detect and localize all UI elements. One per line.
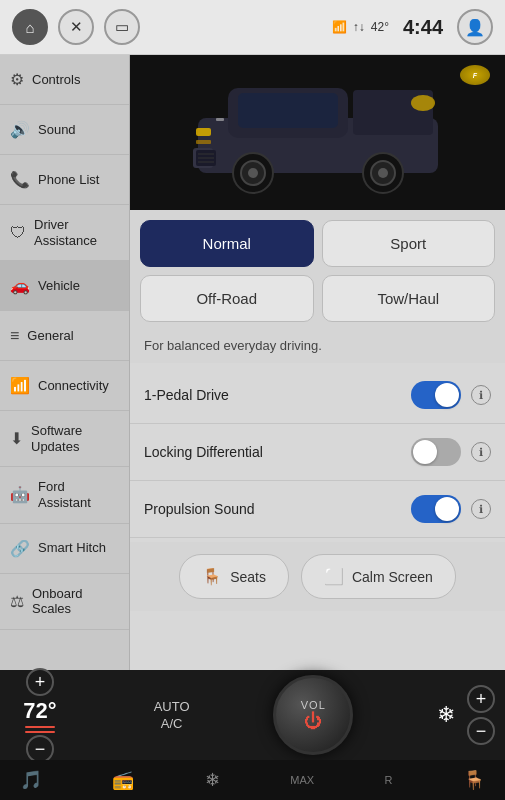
svg-point-17 (411, 95, 435, 111)
top-bar-left: ⌂ ✕ ▭ (12, 9, 140, 45)
bottom-nav: 🎵 📻 ❄ MAX R 🪑 (0, 760, 505, 800)
mode-sport-button[interactable]: Sport (322, 220, 496, 267)
sidebar-label-ford: Ford Assistant (38, 479, 119, 510)
locking-diff-toggle[interactable] (411, 438, 461, 466)
mode-description: For balanced everyday driving. (130, 332, 505, 363)
sidebar-item-ford[interactable]: 🤖 Ford Assistant (0, 467, 129, 523)
sidebar-item-hitch[interactable]: 🔗 Smart Hitch (0, 524, 129, 574)
calm-screen-button[interactable]: ⬜ Calm Screen (301, 554, 456, 599)
svg-rect-5 (196, 128, 211, 136)
sidebar-item-controls[interactable]: ⚙ Controls (0, 55, 129, 105)
home-icon: ⌂ (25, 19, 34, 36)
svg-rect-18 (216, 118, 224, 121)
signal-icon: ↑↓ (353, 20, 365, 34)
locking-diff-info[interactable]: ℹ (471, 442, 491, 462)
general-icon: ≡ (10, 327, 19, 345)
quick-buttons: 🪑 Seats ⬜ Calm Screen (130, 542, 505, 611)
toggle-row-locking-diff: Locking Differential ℹ (130, 424, 505, 481)
mode-towhaul-button[interactable]: Tow/Haul (322, 275, 496, 322)
fan-icon[interactable]: ❄ (437, 702, 455, 728)
phone-icon: 📞 (10, 170, 30, 189)
sidebar-item-general[interactable]: ≡ General (0, 311, 129, 361)
sidebar-item-software[interactable]: ⬇ Software Updates (0, 411, 129, 467)
driver-icon: 🛡 (10, 224, 26, 242)
seats-button[interactable]: 🪑 Seats (179, 554, 289, 599)
hitch-icon: 🔗 (10, 539, 30, 558)
sidebar-label-phone: Phone List (38, 172, 99, 188)
nav-music[interactable]: 🎵 (20, 769, 42, 791)
svg-point-12 (378, 168, 388, 178)
nav-max-label: MAX (290, 774, 314, 786)
calm-screen-label: Calm Screen (352, 569, 433, 585)
vol-power-icon: ⏻ (304, 711, 322, 732)
time-display: 4:44 (403, 16, 443, 39)
vol-knob[interactable]: VOL ⏻ (273, 675, 353, 755)
temp-minus-left[interactable]: − (26, 735, 54, 763)
sidebar-item-vehicle[interactable]: 🚗 Vehicle (0, 261, 129, 311)
seats-icon: 🪑 (202, 567, 222, 586)
temp-plus-left[interactable]: + (26, 668, 54, 696)
top-bar-right: 📶 ↑↓ 42° 4:44 👤 (332, 9, 493, 45)
climate-labels: AUTO A/C (154, 699, 190, 731)
close-icon: ✕ (70, 18, 83, 36)
vehicle-image: F (130, 55, 505, 210)
home-button[interactable]: ⌂ (12, 9, 48, 45)
top-bar: ⌂ ✕ ▭ 📶 ↑↓ 42° 4:44 👤 (0, 0, 505, 55)
close-button[interactable]: ✕ (58, 9, 94, 45)
temp-control-left: + 72° − (10, 668, 70, 763)
sidebar-label-sound: Sound (38, 122, 76, 138)
one-pedal-label: 1-Pedal Drive (144, 387, 229, 403)
ford-icon: 🤖 (10, 485, 30, 504)
temp-minus-right[interactable]: − (467, 717, 495, 745)
right-controls: ❄ + − (437, 685, 495, 745)
sidebar-item-connectivity[interactable]: 📶 Connectivity (0, 361, 129, 411)
sidebar-item-sound[interactable]: 🔊 Sound (0, 105, 129, 155)
fan-control: ❄ (437, 702, 455, 728)
temp-plus-right[interactable]: + (467, 685, 495, 713)
climate-line-1 (25, 726, 55, 728)
nav-climate[interactable]: ❄ (205, 769, 220, 791)
ford-logo: F (460, 65, 490, 85)
truck-svg (168, 68, 468, 198)
profile-icon: 👤 (465, 18, 485, 37)
svg-rect-2 (238, 93, 338, 128)
controls-icon: ⚙ (10, 70, 24, 89)
mode-offroad-button[interactable]: Off-Road (140, 275, 314, 322)
propulsion-sound-info[interactable]: ℹ (471, 499, 491, 519)
profile-button[interactable]: 👤 (457, 9, 493, 45)
sidebar-item-scales[interactable]: ⚖ Onboard Scales (0, 574, 129, 630)
one-pedal-knob (435, 383, 459, 407)
sound-icon: 🔊 (10, 120, 30, 139)
media-icon: ▭ (115, 18, 129, 36)
toggle-right-locking-diff: ℹ (411, 438, 491, 466)
toggle-right-one-pedal: ℹ (411, 381, 491, 409)
propulsion-sound-toggle[interactable] (411, 495, 461, 523)
ac-label: A/C (161, 716, 183, 731)
vol-label: VOL (301, 699, 326, 711)
mode-normal-button[interactable]: Normal (140, 220, 314, 267)
toggle-right-propulsion-sound: ℹ (411, 495, 491, 523)
sidebar: ⚙ Controls 🔊 Sound 📞 Phone List 🛡 Driver… (0, 55, 130, 670)
vehicle-icon: 🚗 (10, 276, 30, 295)
sidebar-item-phone[interactable]: 📞 Phone List (0, 155, 129, 205)
main-area: ⚙ Controls 🔊 Sound 📞 Phone List 🛡 Driver… (0, 55, 505, 670)
wifi-icon: 📶 (332, 20, 347, 34)
bottom-controls: + 72° − AUTO A/C VOL ⏻ ❄ (0, 670, 505, 760)
nav-r-label: R (385, 774, 393, 786)
sidebar-label-scales: Onboard Scales (32, 586, 119, 617)
software-icon: ⬇ (10, 429, 23, 448)
one-pedal-toggle[interactable] (411, 381, 461, 409)
scales-icon: ⚖ (10, 592, 24, 611)
mode-buttons: Normal Sport Off-Road Tow/Haul (130, 210, 505, 332)
connectivity-icon: 📶 (10, 376, 30, 395)
right-temp-control: + − (467, 685, 495, 745)
bottom-bar: + 72° − AUTO A/C VOL ⏻ ❄ (0, 670, 505, 800)
status-icons: 📶 ↑↓ 42° (332, 20, 389, 34)
nav-seat[interactable]: 🪑 (463, 769, 485, 791)
one-pedal-info[interactable]: ℹ (471, 385, 491, 405)
sidebar-label-connectivity: Connectivity (38, 378, 109, 394)
sidebar-item-driver[interactable]: 🛡 Driver Assistance (0, 205, 129, 261)
media-button[interactable]: ▭ (104, 9, 140, 45)
nav-radio[interactable]: 📻 (112, 769, 134, 791)
sidebar-label-vehicle: Vehicle (38, 278, 80, 294)
